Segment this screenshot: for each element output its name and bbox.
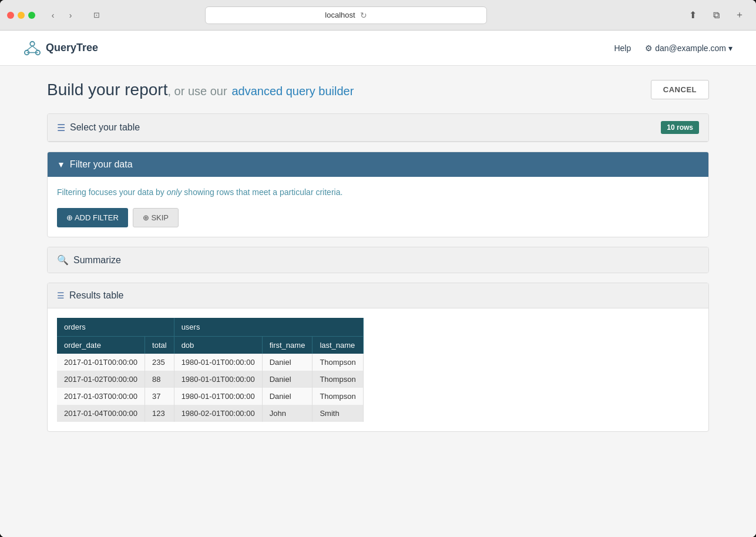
help-link[interactable]: Help	[614, 43, 631, 53]
page-title-main: Build your report	[47, 80, 167, 99]
col-header-row: order_date total dob first_name last_nam…	[57, 337, 363, 354]
filter-desc-before: Filtering focuses your data by	[57, 187, 164, 197]
chevron-down-icon: ▾	[728, 43, 733, 53]
table-cell: 37	[145, 388, 174, 405]
gear-icon: ⚙	[645, 43, 653, 53]
user-email: dan@example.com	[655, 43, 726, 53]
table-cell: 2017-01-01T00:00:00	[57, 354, 145, 371]
tabs-button[interactable]: ⧉	[707, 7, 725, 24]
col-first-name: first_name	[262, 337, 313, 354]
select-table-header: ☰ Select your table 10 rows	[48, 114, 708, 142]
results-title: Results table	[69, 290, 124, 301]
table-row: 2017-01-03T00:00:00371980-01-01T00:00:00…	[57, 388, 363, 405]
browser-titlebar: ‹ › ⊡ localhost ↻ ⬆ ⧉ ＋	[0, 0, 756, 31]
logo-icon	[23, 39, 41, 57]
table-cell: Thompson	[313, 388, 363, 405]
new-tab-button[interactable]: ＋	[730, 7, 749, 24]
table-cell: Thompson	[313, 371, 363, 388]
table-cell: Daniel	[262, 388, 313, 405]
search-icon: 🔍	[57, 254, 69, 266]
rows-badge: 10 rows	[661, 121, 699, 134]
maximize-button[interactable]	[28, 12, 35, 19]
page-subtitle-prefix: , or use our	[167, 85, 227, 98]
filter-desc-only: only	[167, 187, 182, 197]
nav-buttons: ‹ ›	[45, 7, 79, 24]
data-table-wrapper: orders users order_date total dob first_…	[48, 308, 708, 431]
table-cell: Daniel	[262, 371, 313, 388]
svg-line-4	[32, 46, 38, 51]
table-cell: John	[262, 405, 313, 422]
table-row: 2017-01-04T00:00:001231980-02-01T00:00:0…	[57, 405, 363, 422]
page-title-row: Build your report, or use our advanced q…	[47, 80, 709, 99]
close-button[interactable]	[7, 12, 14, 19]
select-table-section: ☰ Select your table 10 rows	[47, 113, 709, 142]
main-content: Build your report, or use our advanced q…	[0, 66, 756, 537]
back-button[interactable]: ‹	[45, 7, 61, 24]
table-cell: Daniel	[262, 354, 313, 371]
summarize-header: 🔍 Summarize	[48, 247, 708, 273]
filter-description: Filtering focuses your data by only show…	[57, 186, 699, 199]
users-group-header: users	[174, 318, 363, 337]
summarize-title: Summarize	[73, 255, 121, 266]
address-text: localhost	[325, 11, 355, 19]
table-cell: 1980-01-01T00:00:00	[174, 388, 262, 405]
table-cell: 235	[145, 354, 174, 371]
svg-point-0	[30, 41, 35, 46]
table-cell: 2017-01-02T00:00:00	[57, 371, 145, 388]
col-dob: dob	[174, 337, 262, 354]
advanced-query-builder-link[interactable]: advanced query builder	[231, 85, 354, 98]
select-table-title: ☰ Select your table	[57, 122, 140, 133]
reload-icon[interactable]: ↻	[360, 11, 367, 20]
results-section: ☰ Results table orders users order_date	[47, 283, 709, 432]
header-nav: Help ⚙ dan@example.com ▾	[614, 43, 733, 53]
skip-button[interactable]: ⊕ SKIP	[133, 208, 179, 227]
filter-icon: ▼	[57, 160, 65, 169]
app-header: QueryTree Help ⚙ dan@example.com ▾	[0, 31, 756, 66]
add-filter-button[interactable]: ⊕ ADD FILTER	[57, 208, 128, 227]
filter-header: ▼ Filter your data	[48, 152, 708, 177]
share-button[interactable]: ⬆	[683, 7, 702, 24]
address-bar[interactable]: localhost ↻	[205, 6, 487, 24]
table-cell: 1980-02-01T00:00:00	[174, 405, 262, 422]
user-menu[interactable]: ⚙ dan@example.com ▾	[645, 43, 733, 53]
summarize-section: 🔍 Summarize	[47, 247, 709, 273]
table-cell: Thompson	[313, 354, 363, 371]
col-last-name: last_name	[313, 337, 363, 354]
logo[interactable]: QueryTree	[23, 39, 98, 57]
table-cell: Smith	[313, 405, 363, 422]
app-content: QueryTree Help ⚙ dan@example.com ▾ Build…	[0, 31, 756, 537]
toolbar-right: ⬆ ⧉ ＋	[683, 7, 749, 24]
select-table-label: Select your table	[70, 122, 140, 133]
minimize-button[interactable]	[18, 12, 25, 19]
results-header: ☰ Results table	[48, 283, 708, 308]
logo-text: QueryTree	[46, 42, 98, 54]
results-table-icon: ☰	[57, 291, 65, 300]
group-header-row: orders users	[57, 318, 363, 337]
table-cell: 123	[145, 405, 174, 422]
table-cell: 2017-01-03T00:00:00	[57, 388, 145, 405]
cancel-button[interactable]: CANCEL	[651, 80, 709, 99]
reader-button[interactable]: ⊡	[88, 7, 105, 24]
filter-body: Filtering focuses your data by only show…	[48, 177, 708, 237]
page-title: Build your report, or use our advanced q…	[47, 80, 354, 99]
col-total: total	[145, 337, 174, 354]
table-cell: 88	[145, 371, 174, 388]
svg-line-3	[27, 46, 32, 51]
table-cell: 1980-01-01T00:00:00	[174, 371, 262, 388]
orders-group-header: orders	[57, 318, 174, 337]
filter-section: ▼ Filter your data Filtering focuses you…	[47, 152, 709, 237]
filter-title: Filter your data	[70, 159, 133, 170]
col-order-date: order_date	[57, 337, 145, 354]
table-row: 2017-01-02T00:00:00881980-01-01T00:00:00…	[57, 371, 363, 388]
table-cell: 2017-01-04T00:00:00	[57, 405, 145, 422]
table-row: 2017-01-01T00:00:002351980-01-01T00:00:0…	[57, 354, 363, 371]
results-table: orders users order_date total dob first_…	[57, 318, 364, 422]
results-tbody: 2017-01-01T00:00:002351980-01-01T00:00:0…	[57, 354, 363, 422]
traffic-lights	[7, 12, 35, 19]
filter-desc-after: showing rows that meet a particular crit…	[184, 187, 342, 197]
filter-actions: ⊕ ADD FILTER ⊕ SKIP	[57, 208, 699, 227]
table-cell: 1980-01-01T00:00:00	[174, 354, 262, 371]
browser-window: ‹ › ⊡ localhost ↻ ⬆ ⧉ ＋	[0, 0, 756, 537]
table-icon: ☰	[57, 122, 65, 133]
forward-button[interactable]: ›	[62, 7, 79, 24]
